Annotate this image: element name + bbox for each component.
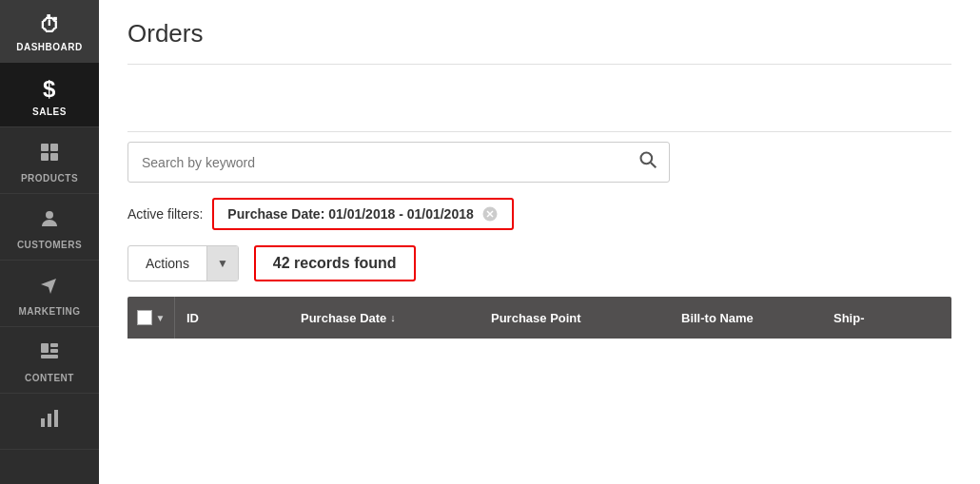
svg-rect-11 [54,410,58,427]
filter-tag-text: Purchase Date: 01/01/2018 - 01/01/2018 [227,206,473,222]
svg-point-4 [46,211,53,219]
svg-rect-9 [41,418,45,427]
actions-arrow[interactable]: ▼ [206,246,238,281]
records-found-box: 42 records found [254,245,416,281]
divider-top [127,64,951,65]
th-billto-label: Bill-to Name [681,311,754,325]
divider-mid [127,131,951,132]
sidebar-item-customers[interactable]: CUSTOMERS [0,194,99,261]
svg-rect-3 [50,153,58,161]
sales-icon: $ [43,76,56,103]
sidebar-item-label-content: CONTENT [25,373,74,383]
content-icon [38,340,61,369]
select-all-checkbox[interactable] [137,310,152,325]
th-purchase-date[interactable]: Purchase Date ↓ [289,297,480,339]
sidebar-item-sales[interactable]: $ SALES [0,63,99,127]
search-input[interactable] [128,145,627,180]
sidebar-item-label-marketing: MARKETING [18,306,80,317]
svg-rect-2 [41,153,49,161]
th-ship-label: Ship- [833,311,865,325]
th-ship[interactable]: Ship- [822,297,951,339]
products-icon [38,141,61,169]
sidebar-item-products[interactable]: PRODUCTS [0,127,99,194]
svg-rect-8 [41,355,58,358]
dashboard-icon: ⏱ [39,13,61,38]
sidebar-item-content[interactable]: CONTENT [0,327,99,394]
th-purchase-point[interactable]: Purchase Point [480,297,670,339]
svg-rect-5 [41,343,49,353]
actions-row: Actions ▼ 42 records found [127,245,951,281]
svg-rect-1 [50,144,58,151]
svg-rect-10 [48,414,51,427]
page-title: Orders [127,19,951,48]
sidebar-item-label-customers: CUSTOMERS [17,240,82,250]
marketing-icon [38,274,61,302]
svg-rect-7 [50,349,58,353]
th-bill-to-name[interactable]: Bill-to Name [670,297,822,339]
sidebar-item-reports[interactable] [0,394,99,450]
checkbox-dropdown-arrow[interactable]: ▼ [156,313,166,323]
filter-tag-box: Purchase Date: 01/01/2018 - 01/01/2018 [212,198,513,230]
sidebar: ⏱ DASHBOARD $ SALES PRODUCTS CUSTOMERS M… [0,0,99,484]
sort-desc-icon: ↓ [390,312,396,323]
sidebar-item-marketing[interactable]: MARKETING [0,261,99,327]
records-found-text: 42 records found [273,255,397,271]
svg-point-12 [641,153,653,165]
actions-label[interactable]: Actions [128,246,206,281]
search-bar [127,142,670,183]
reports-icon [38,407,61,436]
th-purchase-point-label: Purchase Point [491,311,581,325]
active-filters-row: Active filters: Purchase Date: 01/01/201… [127,198,951,230]
customers-icon [38,207,61,236]
sidebar-item-label-products: PRODUCTS [21,173,78,184]
svg-rect-0 [41,144,49,151]
th-checkbox[interactable]: ▼ [127,297,175,339]
filter-remove-button[interactable] [481,205,499,223]
sidebar-item-dashboard[interactable]: ⏱ DASHBOARD [0,0,99,63]
th-id-label: ID [186,311,199,325]
main-content: Orders Active filters: Purchase Date: 01… [99,0,980,484]
sidebar-item-label-sales: SALES [32,106,67,117]
search-button[interactable] [627,143,669,182]
th-purchase-date-label: Purchase Date [301,311,386,325]
sidebar-item-label-dashboard: DASHBOARD [16,42,83,52]
svg-line-13 [651,163,656,167]
active-filters-label: Active filters: [127,206,203,222]
th-id[interactable]: ID [175,297,289,339]
actions-dropdown: Actions ▼ [127,245,239,281]
svg-rect-6 [50,343,58,347]
table-header: ▼ ID Purchase Date ↓ Purchase Point Bill… [127,297,951,339]
